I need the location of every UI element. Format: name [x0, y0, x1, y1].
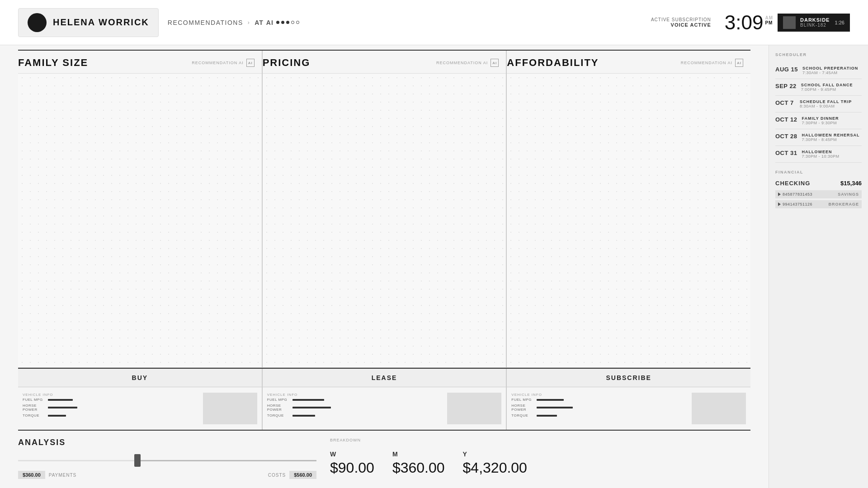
header-left: HELENA WORRICK RECOMMENDATIONS › AT AI — [18, 8, 299, 37]
slider-labels: $360.00 PAYMENTS COSTS $560.00 — [18, 471, 316, 479]
amount-w: $90.00 — [330, 460, 374, 476]
breakdown-area: BREAKDOWN W $90.00 M $360.00 — [330, 438, 750, 479]
slider-thumb[interactable] — [134, 454, 141, 467]
schedule-event-3: FAMILY DINNER — [802, 116, 862, 121]
account-row-1[interactable]: 994143751126 BROKERAGE — [775, 200, 862, 208]
account-type-1: BROKERAGE — [828, 202, 859, 206]
schedule-event-4: HALLOWEEN REHERSAL — [802, 133, 862, 137]
account-number-0: 845877831453 — [778, 192, 812, 197]
dot-2 — [281, 21, 284, 24]
lease-spec-bar-2 — [292, 407, 331, 408]
breakdown-monthly: M $360.00 — [392, 450, 445, 476]
lease-spec-1: FUEL MPG — [267, 398, 444, 402]
time-display: 3:09 AM PM — [725, 13, 773, 33]
time-ampm: AM PM — [765, 15, 773, 25]
schedule-event-5: HALLOWEEN — [802, 150, 862, 154]
ai-icon-family: AI — [246, 59, 255, 67]
panel-pricing: PRICING RECOMMENDATION AI AI — [262, 51, 507, 367]
panel-pricing-body — [263, 74, 506, 367]
panel-family-size-header: FAMILY SIZE RECOMMENDATION AI AI — [18, 51, 262, 74]
header: HELENA WORRICK RECOMMENDATIONS › AT AI A… — [0, 0, 868, 45]
time-pm: PM — [765, 20, 773, 25]
schedule-event-1: SCHOOL FALL DANCE — [801, 83, 862, 87]
dot-5 — [296, 21, 299, 24]
schedule-item-1: SEP 22 SCHOOL FALL DANCE 7:00PM - 9:45PM — [775, 79, 862, 96]
financial-section: FINANCIAL CHECKING $15,346 845877831453 … — [775, 170, 862, 210]
music-thumbnail — [783, 16, 796, 29]
subscribe-spec-bar-3 — [537, 415, 557, 417]
option-lease-body: VEHICLE INFO FUEL MPG HORSE POWER TORQUE — [263, 387, 506, 430]
schedule-event-0: SCHOOL PREPERATION — [802, 66, 862, 70]
schedule-date-2: OCT 7 — [775, 99, 795, 106]
schedule-time-1: 7:00PM - 9:45PM — [801, 87, 862, 92]
lease-spec-3: TORQUE — [267, 413, 444, 418]
schedule-time-2: 8:30AM - 9:00AM — [800, 104, 862, 108]
clock-area: 3:09 AM PM DARKSIDE BLINK-182 1:26 — [725, 13, 850, 33]
option-subscribe-header: SUBSCRIBE — [507, 369, 750, 387]
time-am: AM — [765, 15, 773, 20]
ai-dots — [276, 21, 299, 24]
dot-1 — [276, 21, 279, 24]
slider-label-right: COSTS $560.00 — [268, 471, 316, 479]
schedule-time-3: 7:30PM - 9:30PM — [802, 121, 862, 125]
options-row: BUY VEHICLE INFO FUEL MPG HORSE POWER — [18, 368, 750, 431]
schedule-item-5: OCT 31 HALLOWEEN 7:30PM - 10:30PM — [775, 146, 862, 163]
buy-vehicle-image — [203, 393, 257, 424]
account-number-1: 994143751126 — [778, 202, 812, 206]
breakdown-yearly: Y $4,320.00 — [463, 450, 527, 476]
lease-spec-bar-1 — [292, 399, 324, 401]
analysis-left: ANALYSIS $360.00 PAYMENTS COSTS $560.00 — [18, 438, 316, 479]
amount-y: $4,320.00 — [463, 460, 527, 476]
schedule-date-0: AUG 15 — [775, 66, 798, 73]
schedule-time-5: 7:30PM - 10:30PM — [802, 154, 862, 159]
sidebar: SCHEDULER AUG 15 SCHOOL PREPERATION 7:30… — [769, 45, 868, 488]
period-y: Y — [463, 450, 527, 458]
account-row-0[interactable]: 845877831453 SAVINGS — [775, 190, 862, 198]
option-lease[interactable]: LEASE VEHICLE INFO FUEL MPG HORSE POWER — [262, 369, 507, 430]
schedule-date-3: OCT 12 — [775, 116, 797, 123]
schedule-details-5: HALLOWEEN 7:30PM - 10:30PM — [802, 150, 862, 159]
lease-spec-bar-3 — [292, 415, 315, 417]
nav-label: RECOMMENDATIONS — [168, 19, 243, 26]
option-buy-body: VEHICLE INFO FUEL MPG HORSE POWER TORQUE — [18, 387, 262, 430]
subscription-label: ACTIVE SUBSCRIPTION — [651, 17, 711, 22]
ai-icon-affordability: AI — [735, 59, 743, 67]
option-subscribe-body: VEHICLE INFO FUEL MPG HORSE POWER TORQUE — [507, 387, 750, 430]
lease-vehicle-image — [447, 393, 501, 424]
buy-spec-3: TORQUE — [23, 413, 199, 418]
option-subscribe[interactable]: SUBSCRIBE VEHICLE INFO FUEL MPG HORSE PO… — [506, 369, 750, 430]
breakdown-wrapper: BREAKDOWN W $90.00 M $360.00 — [330, 438, 750, 479]
buy-spec-2: HORSE POWER — [23, 404, 199, 412]
financial-title: FINANCIAL — [775, 170, 862, 174]
option-buy[interactable]: BUY VEHICLE INFO FUEL MPG HORSE POWER — [18, 369, 262, 430]
breakdown-cols: W $90.00 M $360.00 Y $4,320.00 — [330, 450, 750, 476]
panel-family-size-body — [18, 74, 262, 367]
subscribe-spec-3: TORQUE — [511, 413, 688, 418]
schedule-item-2: OCT 7 SCHEDULE FALL TRIP 8:30AM - 9:00AM — [775, 96, 862, 113]
subscribe-vehicle-image — [692, 393, 746, 424]
checking-label: CHECKING — [775, 180, 810, 187]
slider-container[interactable] — [18, 454, 316, 467]
music-box[interactable]: DARKSIDE BLINK-182 1:26 — [778, 14, 850, 32]
subscribe-spec-2: HORSE POWER — [511, 404, 688, 412]
dot-4 — [291, 21, 294, 24]
analysis-row: ANALYSIS $360.00 PAYMENTS COSTS $560.00 — [18, 438, 750, 479]
period-m: M — [392, 450, 445, 458]
breakdown-weekly: W $90.00 — [330, 450, 374, 476]
amount-m: $360.00 — [392, 460, 445, 476]
nav-at: AT — [255, 19, 264, 26]
period-w: W — [330, 450, 374, 458]
ai-icon-pricing: AI — [491, 59, 499, 67]
subscribe-spec-bar-2 — [537, 407, 573, 408]
lease-spec-2: HORSE POWER — [267, 404, 444, 412]
breakdown-label: BREAKDOWN — [330, 438, 750, 442]
music-info: DARKSIDE BLINK-182 — [800, 17, 830, 28]
schedule-date-4: OCT 28 — [775, 133, 797, 140]
payments-label: PAYMENTS — [49, 473, 77, 478]
music-artist: BLINK-182 — [800, 23, 830, 28]
option-buy-header: BUY — [18, 369, 262, 387]
music-title: DARKSIDE — [800, 17, 830, 23]
user-badge[interactable]: HELENA WORRICK — [18, 8, 159, 37]
panel-affordability-subtitle: RECOMMENDATION AI AI — [681, 59, 743, 67]
avatar — [28, 13, 47, 32]
